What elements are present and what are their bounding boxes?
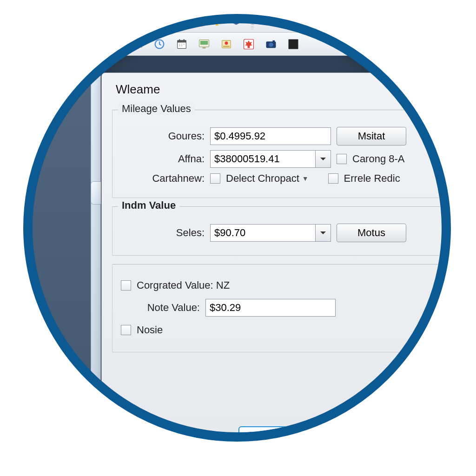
breadcrumb-dropdown[interactable]: yim Reaitlc ▼ [28,36,92,52]
dropdown-label-text: yim Reaitlc [31,38,81,50]
car-icon[interactable] [182,14,201,30]
group-legend-mileage: Mileage Values [118,103,195,115]
badge-icon[interactable] [217,35,236,53]
seles-label: Seles: [121,227,205,239]
cartahnew-label: Cartahnew: [121,172,205,185]
brick-icon[interactable] [227,14,245,30]
svg-rect-22 [273,40,275,42]
svg-rect-4 [286,16,292,20]
svg-rect-23 [289,39,298,49]
clock-icon[interactable] [150,35,169,53]
sidebar-edge [91,56,101,442]
svg-rect-14 [200,41,208,45]
flag-icon[interactable] [282,14,300,30]
group-indm-value: Indm Value Seles: Motus [112,206,451,256]
affna-label: Affna: [121,153,205,165]
msitat-button[interactable]: Msitat [337,127,406,145]
toolbar-grip-icon [141,14,144,29]
corgrated-label: Corgrated Value: NZ [137,279,230,291]
errele-checkbox[interactable] [328,173,338,184]
svg-rect-3 [209,16,218,24]
calendar-icon[interactable] [172,35,191,53]
secondary-button[interactable] [331,426,350,442]
maple-icon[interactable] [239,35,258,53]
svg-point-2 [192,23,195,25]
mail-icon[interactable] [128,35,146,53]
svg-rect-8 [132,41,142,47]
screen-icon[interactable] [195,35,213,53]
seles-dropdown-button[interactable] [315,224,331,242]
errele-checkbox-label: Errele Redic [344,172,400,185]
svg-rect-15 [203,47,206,48]
chevron-down-icon: ▼ [302,175,309,182]
affna-input[interactable] [210,150,315,168]
seles-input[interactable] [210,224,315,242]
affna-combo[interactable] [210,150,331,168]
affna-dropdown-button[interactable] [315,150,331,168]
goures-input[interactable] [210,127,331,145]
svg-rect-6 [286,20,296,24]
motus-button[interactable]: Motus [337,224,406,242]
svg-rect-18 [223,46,230,46]
corgrated-checkbox[interactable] [121,280,131,291]
dialog-window: Wleame Mileage Values Goures: Msitat Aff… [101,73,451,442]
toolbar-grip-icon [251,14,254,29]
delect-dropdown-label: Delect Chropact [226,172,299,185]
toolbar-grip-icon [97,36,100,53]
carong-checkbox-label: Carong 8-A [352,153,405,165]
lens-frame: yim Reaitlc ▼ [23,14,451,442]
delect-dropdown[interactable]: Delect Chropact ▼ [226,172,309,185]
toolbar-row-1 [135,14,451,33]
note-value-input[interactable] [205,299,336,317]
notes-icon[interactable] [150,14,168,30]
chevron-down-icon: ▼ [83,40,89,48]
nosie-label: Nosie [137,324,163,336]
group-legend-indm: Indm Value [118,199,179,212]
toolbar-row-2: yim Reaitlc ▼ [23,33,451,56]
cartahnew-checkbox[interactable] [210,173,220,184]
toolbar-grip-icon [174,14,177,29]
pin-down-icon[interactable] [259,14,278,30]
camera-icon[interactable] [262,35,280,53]
seles-combo[interactable] [210,224,331,242]
dialog-title: Wleame [102,73,451,101]
group-mileage-values: Mileage Values Goures: Msitat Affna: Car… [112,110,451,198]
svg-rect-12 [178,40,186,42]
sidebar-area [23,56,93,442]
svg-point-21 [269,42,273,46]
svg-rect-5 [291,16,296,20]
group-options: Corgrated Value: NZ Note Value: Nosie [112,264,451,352]
ok-button[interactable]: OK [238,426,322,442]
carong-checkbox[interactable] [337,154,347,164]
goures-label: Goures: [121,130,205,142]
nosie-checkbox[interactable] [121,325,131,335]
find-icon[interactable] [106,35,124,53]
svg-point-7 [111,40,117,46]
desktop-area: yim Reaitlc ▼ [23,14,451,442]
svg-point-1 [188,23,191,25]
dialog-buttons: OK [102,426,451,442]
form-star-icon[interactable] [205,14,223,30]
sidebar-collapse-handle[interactable] [91,181,101,205]
note-value-label: Note Value: [130,302,200,314]
more-icon[interactable] [284,35,303,53]
svg-point-17 [225,41,228,45]
svg-rect-0 [155,16,162,26]
